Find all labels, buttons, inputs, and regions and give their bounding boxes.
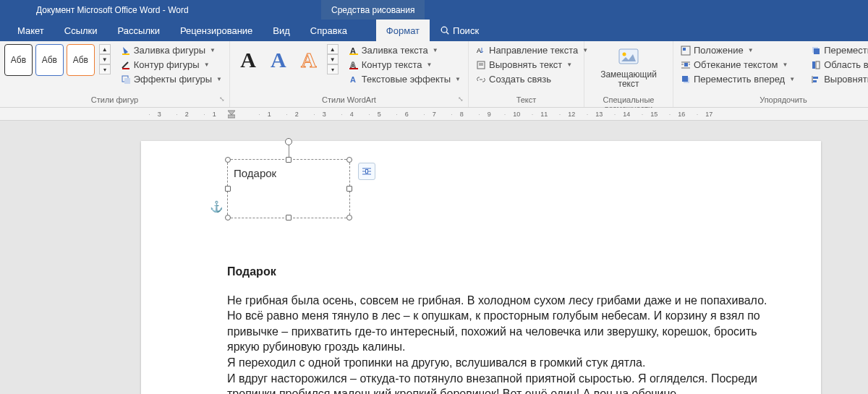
- indent-marker[interactable]: [228, 108, 235, 119]
- tab-view[interactable]: Вид: [263, 20, 300, 41]
- alt-text-icon: [617, 47, 640, 67]
- contextual-tab-label: Средства рисования: [321, 0, 425, 20]
- wrap-icon: [681, 60, 691, 70]
- svg-marker-33: [228, 111, 235, 115]
- group-shape-styles: Абв Абв Абв ▲ ▼ ▾ Заливка фигуры▼ Контур…: [0, 41, 230, 107]
- wordart-launcher[interactable]: ⤡: [456, 95, 465, 104]
- svg-rect-28: [812, 61, 815, 69]
- svg-rect-7: [349, 53, 358, 55]
- resize-handle-w[interactable]: [225, 186, 231, 192]
- search-label: Поиск: [453, 25, 479, 36]
- wordart-style-1[interactable]: А: [234, 44, 262, 76]
- resize-handle-se[interactable]: [346, 215, 352, 220]
- svg-rect-19: [684, 63, 688, 67]
- text-box[interactable]: Подарок: [227, 159, 350, 218]
- wrap-text-button[interactable]: Обтекание текстом▼: [678, 59, 798, 71]
- wordart-style-2[interactable]: А: [265, 44, 292, 76]
- svg-rect-25: [682, 76, 688, 82]
- tab-search[interactable]: Поиск: [430, 20, 489, 41]
- ribbon-tabs: Макет Ссылки Рассылки Рецензирование Вид…: [0, 20, 868, 41]
- text-fill-button[interactable]: A Заливка текста▼: [346, 44, 464, 56]
- bring-forward-button[interactable]: Переместить вперед▼: [678, 73, 798, 85]
- shape-effects-button[interactable]: Эффекты фигуры▼: [118, 73, 225, 85]
- svg-rect-18: [683, 48, 686, 51]
- shape-outline-button[interactable]: Контур фигуры▼: [118, 59, 225, 71]
- resize-handle-sw[interactable]: [225, 215, 231, 220]
- svg-rect-29: [816, 61, 820, 69]
- layout-options-button[interactable]: [358, 163, 375, 180]
- wa-gallery-down[interactable]: ▼: [327, 54, 339, 64]
- text-fill-icon: A: [349, 46, 359, 56]
- svg-text:A: A: [477, 47, 481, 54]
- svg-line-1: [446, 32, 448, 34]
- gallery-more-button[interactable]: ▾: [99, 64, 111, 74]
- text-outline-button[interactable]: A Контур текста▼: [346, 59, 464, 71]
- tab-format[interactable]: Формат: [376, 20, 430, 41]
- resize-handle-ne[interactable]: [346, 157, 352, 163]
- doc-paragraph-2[interactable]: Я переходил с одной тропинки на другую, …: [227, 355, 777, 371]
- svg-point-0: [441, 27, 447, 33]
- shape-styles-launcher[interactable]: ⤡: [218, 95, 226, 104]
- outline-icon: [121, 60, 131, 70]
- title-bar: Документ Microsoft Office Word - Word Ср…: [0, 0, 868, 20]
- wordart-gallery-scroll: ▲ ▼ ▾: [327, 44, 339, 74]
- document-body[interactable]: Подарок Не грибная была осень, совсем не…: [227, 264, 777, 394]
- position-button[interactable]: Положение▼: [678, 44, 798, 56]
- shape-fill-button[interactable]: Заливка фигуры▼: [118, 44, 225, 56]
- align-text-button[interactable]: Выровнять текст▼: [473, 59, 591, 71]
- text-outline-icon: A: [349, 60, 359, 70]
- move-icon: [811, 46, 821, 56]
- shape-style-preset-1[interactable]: Абв: [4, 44, 33, 76]
- selection-pane-button[interactable]: Область выде: [808, 59, 868, 71]
- text-effects-icon: A: [349, 74, 359, 85]
- align-button[interactable]: Выровнять▼: [808, 73, 868, 85]
- svg-rect-9: [349, 68, 358, 69]
- shape-style-preset-3[interactable]: Абв: [67, 44, 95, 76]
- bring-forward-icon: [681, 74, 691, 85]
- svg-point-16: [623, 53, 626, 56]
- page[interactable]: ⚓ Подарок Подарок Не грибная была осень,…: [141, 141, 821, 394]
- tab-mailings[interactable]: Рассылки: [108, 20, 170, 41]
- tab-layout[interactable]: Макет: [7, 20, 54, 41]
- wa-gallery-up[interactable]: ▲: [327, 44, 339, 54]
- resize-handle-s[interactable]: [286, 215, 292, 220]
- group-text: A Направление текста▼ Выровнять текст▼ С…: [469, 41, 584, 107]
- wordart-style-3[interactable]: А: [295, 44, 323, 76]
- text-box-content[interactable]: Подарок: [228, 160, 349, 187]
- tab-references[interactable]: Ссылки: [54, 20, 108, 41]
- resize-handle-n[interactable]: [286, 157, 292, 163]
- resize-handle-e[interactable]: [346, 186, 352, 192]
- text-direction-button[interactable]: A Направление текста▼: [473, 44, 591, 56]
- svg-rect-35: [366, 170, 368, 174]
- doc-heading[interactable]: Подарок: [227, 264, 777, 280]
- ribbon: Абв Абв Абв ▲ ▼ ▾ Заливка фигуры▼ Контур…: [0, 41, 868, 108]
- rotate-connector: [289, 145, 289, 157]
- svg-rect-5: [124, 78, 130, 84]
- selection-pane-icon: [811, 60, 821, 70]
- tab-help[interactable]: Справка: [300, 20, 357, 41]
- wa-gallery-more[interactable]: ▾: [327, 64, 339, 74]
- align-text-icon: [476, 60, 486, 70]
- gallery-up-button[interactable]: ▲: [99, 44, 111, 54]
- rotate-handle[interactable]: [285, 138, 292, 145]
- doc-paragraph-1[interactable]: Не грибная была осень, совсем не грибная…: [227, 293, 777, 355]
- svg-rect-27: [814, 48, 820, 54]
- align-icon: [811, 74, 821, 85]
- resize-handle-nw[interactable]: [225, 157, 231, 163]
- doc-paragraph-3[interactable]: И вдруг насторожился – откуда-то потянул…: [227, 371, 777, 394]
- anchor-icon[interactable]: ⚓: [210, 200, 224, 213]
- svg-rect-34: [228, 115, 235, 118]
- shape-style-preset-2[interactable]: Абв: [35, 44, 64, 76]
- horizontal-ruler[interactable]: 3211234567891011121314151617: [0, 108, 868, 121]
- svg-text:A: A: [350, 75, 356, 84]
- gallery-down-button[interactable]: ▼: [99, 54, 111, 64]
- svg-rect-2: [122, 53, 129, 55]
- svg-rect-3: [122, 68, 129, 69]
- text-effects-button[interactable]: A Текстовые эффекты▼: [346, 73, 464, 85]
- create-link-button[interactable]: Создать связь: [473, 73, 591, 85]
- alt-text-button[interactable]: Замещающий текст: [589, 44, 668, 92]
- text-direction-icon: A: [476, 46, 486, 56]
- document-canvas[interactable]: ⚓ Подарок Подарок Не грибная была осень,…: [0, 121, 868, 394]
- move-button[interactable]: Переместить: [808, 44, 868, 56]
- tab-review[interactable]: Рецензирование: [170, 20, 263, 41]
